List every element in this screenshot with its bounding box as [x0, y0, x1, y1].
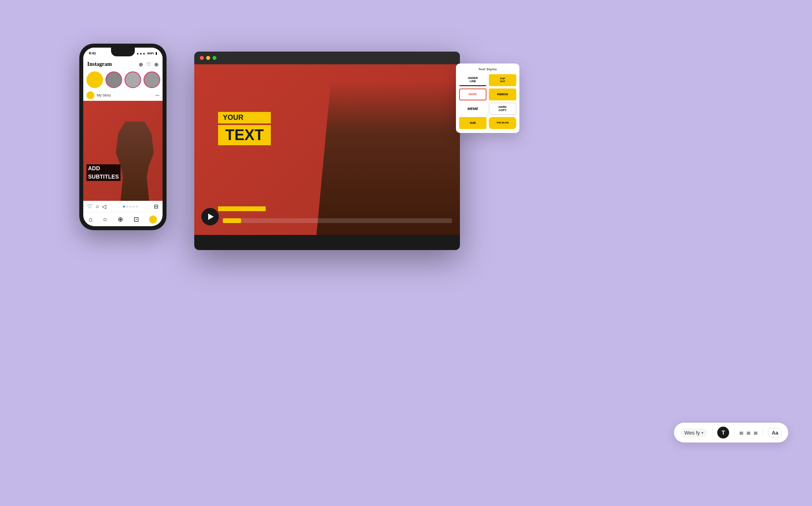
align-center-icon[interactable]: ≣	[746, 429, 751, 436]
story-item[interactable]	[105, 71, 122, 88]
text-overlay-banner[interactable]: YOUR TEXT	[218, 112, 271, 145]
phone-screen: 9:41 ▲▲▲ WiFi ▮ Instagram ⊕ ♡ ⊕	[83, 48, 163, 226]
video-canvas: YOUR TEXT	[194, 64, 460, 235]
stories-row	[83, 70, 163, 90]
dot-active	[123, 206, 125, 208]
style-meme[interactable]: MEME	[459, 103, 486, 115]
dot-4	[136, 206, 138, 208]
text-toolbar: Wes fy ▾ T ≣ ≣ ≣ Aa	[674, 423, 788, 443]
text-styles-grid: UNDERLINE POPOUT MARK RIBBON MEME HARDCO…	[459, 74, 516, 129]
story-avatar-yellow	[86, 71, 103, 88]
timeline-progress	[223, 218, 241, 223]
nav-profile-avatar[interactable]	[149, 215, 157, 223]
heart-icon[interactable]: ♡	[146, 62, 151, 67]
style-hardcopy[interactable]: HARDCOPY	[489, 103, 516, 115]
nav-shop-icon[interactable]: ⊡	[134, 215, 139, 223]
style-mark[interactable]: MARK	[459, 89, 486, 100]
close-dot[interactable]	[200, 56, 204, 60]
share-icon[interactable]: ◁	[102, 203, 106, 210]
bottom-yellow-bar	[218, 206, 266, 211]
style-popup[interactable]: POPOUT	[489, 74, 516, 86]
instagram-post: ADD SUBTITLES	[83, 101, 163, 201]
banner-your-text: YOUR	[223, 114, 243, 121]
video-editor: YOUR TEXT Text Styles UNDERLINE	[194, 52, 460, 274]
style-sub-label: Sub	[470, 121, 476, 125]
my-story-row: My Story •••	[83, 90, 163, 101]
story-avatar-2	[124, 71, 141, 88]
style-popup-label: POPOUT	[500, 77, 505, 83]
font-size-button[interactable]: Aa	[768, 428, 782, 438]
text-styles-panel: Text Styles UNDERLINE POPOUT MARK RIBBON…	[456, 63, 519, 133]
phone-frame: 9:41 ▲▲▲ WiFi ▮ Instagram ⊕ ♡ ⊕	[79, 44, 167, 230]
style-mark-label: MARK	[469, 93, 477, 96]
person-figure	[111, 121, 159, 201]
text-color-button[interactable]: T	[717, 427, 729, 439]
style-blob[interactable]: THE BLOB	[489, 117, 516, 129]
toolbar-divider-2	[734, 428, 734, 437]
nav-search-icon[interactable]: ○	[103, 216, 107, 223]
style-blob-label: THE BLOB	[496, 121, 509, 124]
instagram-logo: Instagram	[87, 61, 112, 67]
banner-your: YOUR	[218, 112, 271, 123]
align-right-icon[interactable]: ≣	[753, 429, 758, 436]
instagram-header: Instagram ⊕ ♡ ⊕	[83, 59, 163, 70]
style-ribbon-label: RIBBON	[497, 93, 508, 96]
subtitle-line-2: SUBTITLES	[86, 173, 121, 181]
my-story-label: My Story	[97, 93, 111, 97]
my-story-avatar	[86, 91, 94, 99]
style-sub[interactable]: Sub	[459, 117, 486, 129]
story-avatar-1	[105, 71, 122, 88]
story-item[interactable]	[124, 71, 141, 88]
style-underline[interactable]: UNDERLINE	[459, 74, 486, 86]
subtitle-line-1: ADD	[86, 164, 121, 173]
dot-2	[129, 206, 131, 208]
banner-text-box: TEXT	[218, 125, 271, 145]
subtitle-box: ADD SUBTITLES	[86, 164, 121, 181]
font-selector[interactable]: Wes fy ▾	[680, 428, 708, 437]
editor-frame: YOUR TEXT	[194, 52, 460, 250]
style-hardcopy-label: HARDCOPY	[498, 106, 506, 112]
message-icon[interactable]: ⊕	[154, 62, 159, 67]
ig-header-icons: ⊕ ♡ ⊕	[139, 62, 159, 67]
font-name-label: Wes fy	[684, 430, 700, 436]
align-left-icon[interactable]: ≣	[739, 429, 744, 436]
nav-add-icon[interactable]: ⊕	[118, 215, 123, 223]
story-item[interactable]	[86, 71, 103, 88]
banner-main-text: TEXT	[225, 127, 264, 143]
add-post-icon[interactable]: ⊕	[139, 62, 143, 67]
toolbar-divider-1	[712, 428, 712, 437]
wifi-icon: WiFi	[147, 52, 154, 55]
play-button[interactable]	[201, 208, 219, 225]
post-actions: ♡ ○ ◁ ⊟	[83, 201, 163, 212]
style-underline-label: UNDERLINE	[468, 77, 478, 83]
save-icon[interactable]: ⊟	[154, 203, 159, 210]
style-ribbon[interactable]: RIBBON	[489, 89, 516, 100]
editor-titlebar	[194, 52, 460, 64]
video-timeline[interactable]	[223, 218, 452, 223]
phone-mockup: 9:41 ▲▲▲ WiFi ▮ Instagram ⊕ ♡ ⊕	[79, 44, 167, 230]
dot-1	[126, 206, 128, 208]
video-person-bg	[301, 64, 460, 235]
story-avatar-3	[144, 71, 160, 88]
post-background: ADD SUBTITLES	[83, 101, 163, 201]
comment-icon[interactable]: ○	[96, 203, 99, 210]
style-meme-label: MEME	[467, 107, 478, 111]
maximize-dot[interactable]	[213, 56, 216, 60]
post-dots-indicator	[109, 206, 151, 208]
signal-icon: ▲▲▲	[136, 52, 146, 55]
story-item[interactable]	[144, 71, 160, 88]
minimize-dot[interactable]	[206, 56, 210, 60]
play-triangle-icon	[208, 214, 214, 220]
post-options-icon[interactable]: •••	[155, 93, 159, 98]
dot-3	[132, 206, 134, 208]
like-icon[interactable]: ♡	[87, 203, 92, 210]
font-selector-chevron: ▾	[701, 431, 703, 435]
battery-icon: ▮	[155, 52, 157, 55]
text-color-icon: T	[722, 429, 725, 436]
phone-status-icons: ▲▲▲ WiFi ▮	[136, 52, 157, 55]
instagram-nav: ⌂ ○ ⊕ ⊡	[83, 212, 163, 226]
toolbar-divider-3	[763, 428, 763, 437]
text-styles-title: Text Styles	[459, 67, 516, 71]
nav-home-icon[interactable]: ⌂	[88, 216, 92, 223]
phone-time: 9:41	[89, 51, 96, 55]
